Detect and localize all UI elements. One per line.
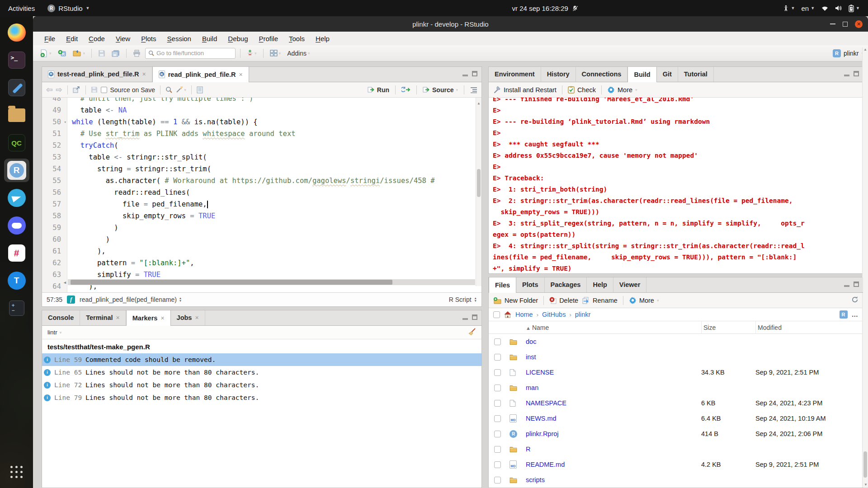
code-line[interactable]: 57 file = ped_filename,: [42, 198, 481, 210]
minimize-button[interactable]: [830, 23, 835, 24]
code-line[interactable]: 48 # until then, just try multiple times…: [42, 98, 481, 104]
source-button[interactable]: Source ▾: [423, 86, 458, 94]
project-menu-button[interactable]: R plinkr ▾: [833, 49, 863, 57]
files-more-button[interactable]: More ▾: [629, 296, 659, 304]
fold-arrow-icon[interactable]: ▾: [64, 116, 66, 128]
save-all-button[interactable]: [110, 48, 122, 58]
code-line[interactable]: 62 pattern = "[:blank:]+",: [42, 257, 481, 269]
version-control-button[interactable]: ▾: [245, 48, 259, 58]
new-project-button[interactable]: R: [56, 48, 68, 59]
row-checkbox[interactable]: [494, 338, 501, 345]
code-editor[interactable]: 48 # until then, just try multiple times…: [42, 98, 481, 292]
code-line[interactable]: 50▾while (length(table) == 1 && is.na(ta…: [42, 116, 481, 128]
forward-button[interactable]: ⇨: [56, 85, 62, 94]
close-icon[interactable]: ×: [116, 314, 120, 321]
code-line[interactable]: 60 ): [42, 234, 481, 245]
code-line[interactable]: 55 as.character( # Workaround at https:/…: [42, 175, 481, 187]
file-row[interactable]: scripts: [489, 472, 863, 488]
tab-jobs[interactable]: Jobs×: [171, 310, 205, 325]
marker-row[interactable]: iLine 59Commented code should be removed…: [42, 353, 481, 366]
menu-profile[interactable]: Profile: [254, 33, 283, 44]
build-vertical-scrollbar[interactable]: ▲▼: [862, 66, 863, 274]
column-name[interactable]: ▲ Name: [526, 324, 701, 331]
volume-icon[interactable]: [835, 5, 842, 11]
column-size[interactable]: Size: [701, 321, 755, 333]
row-checkbox[interactable]: [494, 477, 501, 483]
clear-markers-button[interactable]: [468, 328, 476, 337]
menu-help[interactable]: Help: [311, 33, 335, 44]
file-name[interactable]: NEWS.md: [526, 415, 701, 422]
tab-git[interactable]: Git: [657, 66, 678, 82]
compile-report-icon[interactable]: [197, 86, 203, 94]
new-folder-button[interactable]: New Folder: [493, 297, 538, 304]
menu-tools[interactable]: Tools: [284, 33, 310, 44]
file-name[interactable]: LICENSE: [526, 369, 701, 376]
dock-item-terminal[interactable]: >_: [4, 48, 29, 72]
build-output[interactable]: E> --- finished re-building ‘Marees_et_a…: [489, 98, 863, 273]
tab-connections[interactable]: Connections: [576, 66, 628, 82]
dock-item-discord[interactable]: [4, 214, 29, 237]
code-line[interactable]: 51 # Use str_trim as PLINK adds whitespa…: [42, 128, 481, 140]
maximize-pane-button[interactable]: [472, 71, 477, 76]
save-button[interactable]: [96, 48, 107, 58]
tab-plots[interactable]: Plots: [516, 277, 544, 292]
keyboard-layout-menu[interactable]: en ▼: [801, 5, 815, 12]
row-checkbox[interactable]: [494, 354, 501, 361]
breadcrumb-home[interactable]: Home: [515, 311, 533, 318]
tab-build[interactable]: Build: [627, 66, 656, 82]
window-titlebar[interactable]: plinkr - develop - RStudio ✕: [33, 16, 868, 32]
minimize-pane-button[interactable]: [462, 318, 468, 320]
menu-view[interactable]: View: [111, 33, 135, 44]
marker-row[interactable]: iLine 79Lines should not be more than 80…: [42, 391, 481, 404]
file-row[interactable]: MDREADME.md4.2 KBSep 9, 2021, 2:51 PM: [489, 457, 863, 472]
dock-item-thunderbird[interactable]: T: [4, 269, 29, 292]
code-line[interactable]: 53 table <- stringr::str_split(: [42, 151, 481, 163]
open-file-button[interactable]: ▾: [71, 48, 87, 58]
file-row[interactable]: NAMESPACE6 KBSep 24, 2021, 4:23 PM: [489, 395, 863, 411]
clock[interactable]: vr 24 sep 16:28:29: [512, 5, 578, 12]
menu-file[interactable]: File: [39, 33, 60, 44]
dock-item-rstudio[interactable]: R: [4, 159, 29, 182]
row-checkbox[interactable]: [494, 369, 501, 376]
tab-packages[interactable]: Packages: [545, 277, 587, 292]
file-row[interactable]: man: [489, 380, 863, 395]
close-icon[interactable]: ×: [195, 314, 198, 321]
goto-file-search[interactable]: [145, 48, 236, 59]
maximize-pane-button[interactable]: [854, 71, 859, 76]
file-name[interactable]: man: [526, 384, 701, 391]
close-icon[interactable]: ×: [239, 71, 243, 78]
close-icon[interactable]: ×: [142, 70, 146, 78]
build-more-button[interactable]: More ▾: [607, 86, 637, 94]
row-checkbox[interactable]: [494, 461, 501, 468]
document-outline-icon[interactable]: [470, 87, 477, 93]
minimize-pane-button[interactable]: [844, 285, 849, 287]
accessibility-menu[interactable]: ▼: [783, 5, 795, 12]
maximize-pane-button[interactable]: [472, 314, 477, 320]
rename-button[interactable]: Rename: [582, 297, 618, 304]
wifi-icon[interactable]: [821, 5, 829, 11]
select-all-checkbox[interactable]: [493, 311, 500, 318]
tab-console[interactable]: Console: [42, 310, 80, 325]
addins-button[interactable]: Addins ▾: [285, 48, 311, 58]
tab-history[interactable]: History: [541, 66, 576, 82]
source-on-save-checkbox[interactable]: [101, 87, 107, 93]
menu-edit[interactable]: Edit: [61, 33, 83, 44]
code-line[interactable]: 59 ): [42, 222, 481, 234]
file-name[interactable]: plinkr.Rproj: [526, 430, 701, 437]
print-button[interactable]: [131, 48, 142, 58]
file-row[interactable]: inst: [489, 349, 863, 365]
file-row[interactable]: MDNEWS.md6.4 KBSep 24, 2021, 10:19 AM: [489, 411, 863, 426]
check-button[interactable]: Check: [568, 86, 596, 94]
row-checkbox[interactable]: [494, 431, 501, 437]
scroll-left-arrow[interactable]: ◀: [62, 279, 68, 285]
breadcrumb-plinkr[interactable]: plinkr: [575, 311, 591, 318]
dock-item-show-applications[interactable]: [4, 460, 29, 484]
goto-file-input[interactable]: [156, 50, 229, 56]
function-scope-selector[interactable]: read_plink_ped_file(ped_filename) ▲▼: [80, 296, 182, 303]
file-name[interactable]: R: [526, 446, 701, 453]
minimize-pane-button[interactable]: [462, 75, 468, 76]
app-menu[interactable]: R RStudio ▼: [43, 5, 94, 12]
file-name[interactable]: NAMESPACE: [526, 399, 701, 407]
menu-build[interactable]: Build: [197, 33, 222, 44]
menu-code[interactable]: Code: [84, 33, 110, 44]
